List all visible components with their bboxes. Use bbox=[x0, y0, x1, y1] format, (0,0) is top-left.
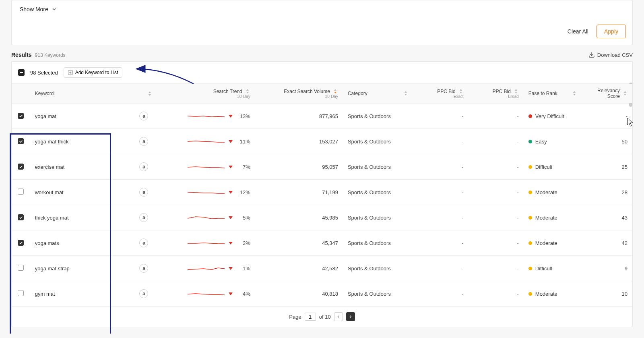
col-ppc-exact[interactable]: PPC Bid Exact bbox=[413, 84, 469, 104]
volume-cell: 95,057 bbox=[255, 154, 343, 180]
clear-all-button[interactable]: Clear All bbox=[568, 28, 588, 35]
trend-down-icon bbox=[229, 267, 233, 270]
table-row: yoga mat strap a 1% 42,582 Sports & Outd… bbox=[12, 256, 632, 281]
apply-button[interactable]: Apply bbox=[597, 25, 626, 38]
volume-cell: 877,965 bbox=[255, 104, 343, 129]
page-label: Page bbox=[289, 314, 301, 320]
row-checkbox[interactable] bbox=[18, 113, 24, 119]
amazon-badge-icon[interactable]: a bbox=[139, 112, 148, 120]
keyword-cell[interactable]: yoga mat strap bbox=[30, 256, 135, 281]
ease-cell: Moderate bbox=[524, 281, 582, 307]
category-cell: Sports & Outdoors bbox=[343, 281, 413, 307]
ease-cell: Easy bbox=[524, 129, 582, 154]
keyword-cell[interactable]: yoga mat bbox=[30, 104, 135, 129]
keyword-cell[interactable]: yoga mat thick bbox=[30, 129, 135, 154]
ppc-broad-cell: - bbox=[469, 154, 524, 180]
amazon-badge-icon[interactable]: a bbox=[139, 213, 148, 222]
search-trend-cell: 2% bbox=[157, 230, 255, 256]
search-trend-cell: 1% bbox=[157, 256, 255, 281]
ppc-broad-cell: - bbox=[469, 205, 524, 230]
show-more-toggle[interactable]: Show More bbox=[18, 5, 626, 16]
ease-cell: Moderate bbox=[524, 205, 582, 230]
volume-cell: 71,199 bbox=[255, 180, 343, 205]
filters-panel: Show More Clear All Apply bbox=[11, 0, 633, 45]
sparkline-icon bbox=[188, 112, 225, 120]
download-csv-button[interactable]: Download CSV bbox=[588, 52, 633, 58]
row-checkbox[interactable] bbox=[18, 290, 24, 296]
ppc-exact-cell: - bbox=[413, 104, 469, 129]
row-checkbox[interactable] bbox=[18, 265, 24, 271]
relevancy-cell: 25 bbox=[582, 154, 632, 180]
add-keyword-to-list-button[interactable]: + Add Keyword to List bbox=[64, 67, 123, 78]
ppc-broad-cell: - bbox=[469, 230, 524, 256]
relevancy-cell: 9 bbox=[582, 256, 632, 281]
relevancy-cell: - bbox=[582, 104, 632, 129]
table-row: yoga mat a 13% 877,965 Sports & Outdoors… bbox=[12, 104, 632, 129]
category-cell: Sports & Outdoors bbox=[343, 230, 413, 256]
page-next-button[interactable] bbox=[346, 312, 355, 321]
table-row: yoga mat thick a 11% 153,027 Sports & Ou… bbox=[12, 129, 632, 154]
sparkline-icon bbox=[188, 264, 225, 272]
category-cell: Sports & Outdoors bbox=[343, 154, 413, 180]
row-checkbox[interactable] bbox=[18, 138, 24, 144]
amazon-badge-icon[interactable]: a bbox=[139, 137, 148, 146]
col-category[interactable]: Category bbox=[343, 84, 413, 104]
keyword-cell[interactable]: thick yoga mat bbox=[30, 205, 135, 230]
ppc-exact-cell: - bbox=[413, 129, 469, 154]
download-icon bbox=[588, 52, 595, 58]
row-checkbox[interactable] bbox=[18, 214, 24, 220]
keyword-table: Keyword Search Trend 30-Day Exact Search… bbox=[12, 83, 632, 307]
col-search-trend[interactable]: Search Trend 30-Day bbox=[157, 84, 255, 104]
trend-percent: 4% bbox=[237, 291, 250, 297]
page-input[interactable] bbox=[305, 313, 316, 321]
col-ease[interactable]: Ease to Rank bbox=[524, 84, 582, 104]
keyword-cell[interactable]: yoga mats bbox=[30, 230, 135, 256]
page-prev-button[interactable] bbox=[334, 312, 343, 321]
col-keyword[interactable]: Keyword bbox=[30, 84, 135, 104]
ppc-exact-cell: - bbox=[413, 230, 469, 256]
search-trend-cell: 4% bbox=[157, 281, 255, 307]
relevancy-cell: 50 bbox=[582, 129, 632, 154]
relevancy-cell: 28 bbox=[582, 180, 632, 205]
chevron-down-icon bbox=[52, 6, 57, 12]
table-header-row: Keyword Search Trend 30-Day Exact Search… bbox=[12, 84, 632, 104]
row-checkbox[interactable] bbox=[18, 240, 24, 246]
volume-cell: 45,347 bbox=[255, 230, 343, 256]
relevancy-cell: 42 bbox=[582, 230, 632, 256]
col-exact-volume[interactable]: Exact Search Volume 30-Day bbox=[255, 84, 343, 104]
ease-dot-icon bbox=[528, 216, 532, 220]
col-relevancy[interactable]: Relevancy Score bbox=[582, 84, 632, 104]
sparkline-icon bbox=[188, 239, 225, 247]
category-cell: Sports & Outdoors bbox=[343, 205, 413, 230]
show-more-label: Show More bbox=[20, 6, 48, 12]
trend-percent: 11% bbox=[237, 139, 250, 145]
add-keyword-label: Add Keyword to List bbox=[75, 70, 118, 75]
sparkline-icon bbox=[188, 137, 225, 145]
amazon-badge-icon[interactable]: a bbox=[139, 264, 148, 273]
volume-cell: 40,818 bbox=[255, 281, 343, 307]
keyword-cell[interactable]: exercise mat bbox=[30, 154, 135, 180]
amazon-badge-icon[interactable]: a bbox=[139, 289, 148, 298]
category-cell: Sports & Outdoors bbox=[343, 129, 413, 154]
search-trend-cell: 13% bbox=[157, 104, 255, 129]
keyword-cell[interactable]: gym mat bbox=[30, 281, 135, 307]
ease-cell: Moderate bbox=[524, 230, 582, 256]
col-ppc-broad[interactable]: PPC Bid Broad bbox=[469, 84, 524, 104]
ppc-broad-cell: - bbox=[469, 180, 524, 205]
select-all-checkbox[interactable] bbox=[18, 69, 25, 76]
amazon-badge-icon[interactable]: a bbox=[139, 188, 148, 197]
keyword-cell[interactable]: workout mat bbox=[30, 180, 135, 205]
volume-cell: 153,027 bbox=[255, 129, 343, 154]
ppc-broad-cell: - bbox=[469, 104, 524, 129]
amazon-badge-icon[interactable]: a bbox=[139, 238, 148, 247]
amazon-badge-icon[interactable]: a bbox=[139, 162, 148, 171]
ease-dot-icon bbox=[528, 241, 532, 245]
trend-down-icon bbox=[229, 242, 233, 245]
ease-dot-icon bbox=[528, 165, 532, 169]
row-checkbox[interactable] bbox=[18, 189, 24, 195]
search-trend-cell: 12% bbox=[157, 180, 255, 205]
trend-percent: 12% bbox=[237, 189, 250, 195]
results-header: Results 913 Keywords Download CSV bbox=[0, 52, 644, 58]
category-cell: Sports & Outdoors bbox=[343, 104, 413, 129]
row-checkbox[interactable] bbox=[18, 164, 24, 170]
